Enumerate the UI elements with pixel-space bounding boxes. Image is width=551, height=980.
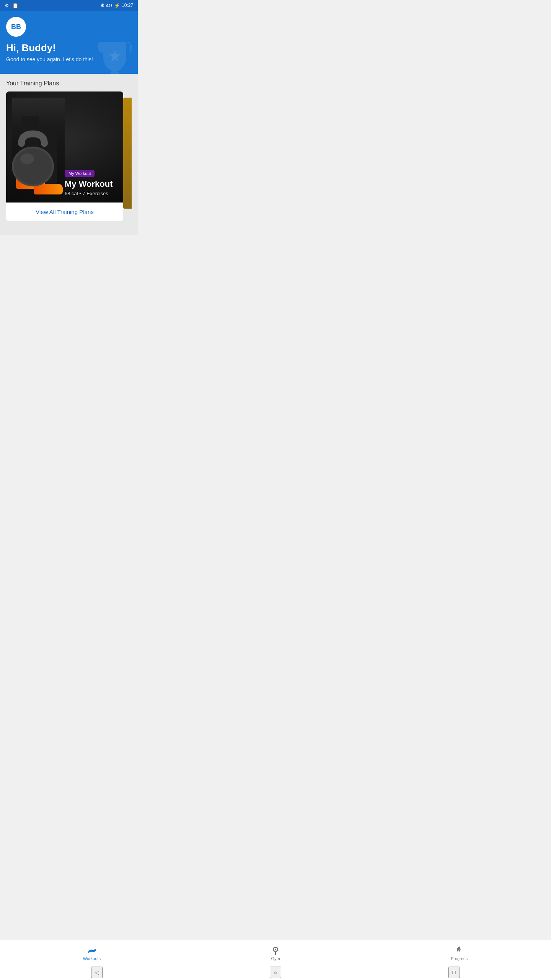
card-meta: 68 cal • 7 Exercises: [65, 191, 117, 196]
clock: 10:27: [122, 3, 133, 8]
trophy-icon: [96, 38, 134, 74]
card-tag: My Workout: [65, 170, 95, 177]
view-all-button[interactable]: View All Training Plans: [6, 203, 123, 221]
kettlebell-background: [12, 98, 65, 196]
card-image: My Workout My Workout 68 cal • 7 Exercis…: [6, 91, 123, 203]
training-cards-row: My Workout My Workout 68 cal • 7 Exercis…: [6, 91, 132, 229]
training-card[interactable]: My Workout My Workout 68 cal • 7 Exercis…: [6, 91, 123, 229]
battery-icon: ⚡: [114, 3, 120, 8]
training-card-inner[interactable]: My Workout My Workout 68 cal • 7 Exercis…: [6, 91, 123, 227]
kettlebell-svg: [6, 128, 62, 191]
card-peek: [123, 98, 132, 209]
header: BB Hi, Buddy! Good to see you again. Let…: [0, 11, 138, 74]
status-bar-right: ✱ 4G ⚡ 10:27: [100, 3, 133, 8]
svg-point-3: [20, 154, 34, 164]
avatar-initials: BB: [11, 23, 21, 31]
signal-icon: 4G: [106, 3, 112, 8]
settings-icon: ⚙: [5, 3, 9, 8]
status-bar: ⚙ 📋 ✱ 4G ⚡ 10:27: [0, 0, 138, 11]
card-info: My Workout My Workout 68 cal • 7 Exercis…: [65, 170, 117, 196]
status-bar-left: ⚙ 📋: [5, 3, 18, 8]
main-content: Your Training Plans: [0, 74, 138, 235]
clipboard-icon: 📋: [12, 3, 18, 8]
svg-point-2: [14, 149, 52, 185]
bluetooth-icon: ✱: [100, 3, 104, 8]
card-title: My Workout: [65, 179, 117, 189]
section-title: Your Training Plans: [6, 80, 132, 87]
avatar: BB: [6, 17, 26, 37]
